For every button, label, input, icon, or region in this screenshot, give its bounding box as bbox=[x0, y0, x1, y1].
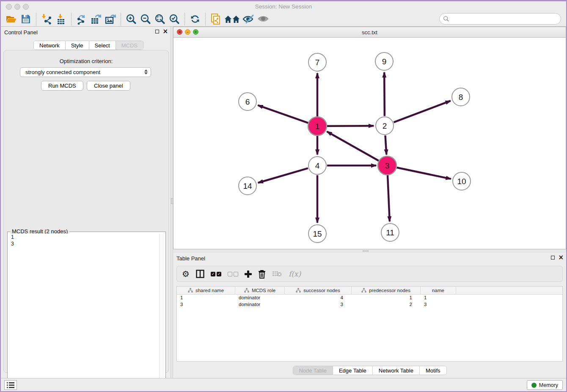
apply-function-button[interactable]: f(x) bbox=[289, 268, 301, 279]
table-cell[interactable]: dominator bbox=[235, 301, 285, 308]
network-canvas[interactable]: 7968124314101511 bbox=[173, 38, 566, 249]
search-field[interactable] bbox=[439, 13, 561, 25]
toolbar-separator bbox=[71, 13, 72, 25]
open-session-button[interactable] bbox=[4, 12, 19, 26]
toolbar-separator bbox=[121, 13, 121, 25]
task-history-button[interactable] bbox=[4, 380, 17, 390]
table-cell[interactable]: 3 bbox=[285, 301, 352, 308]
graph-edge-2-8[interactable] bbox=[394, 101, 451, 122]
criterion-select[interactable]: strongly connected component bbox=[20, 67, 151, 77]
memory-status-icon bbox=[531, 383, 537, 388]
table-cell[interactable]: 3 bbox=[177, 301, 235, 308]
unchecked-box-icon bbox=[234, 272, 238, 276]
table-options-button[interactable]: ⚙ bbox=[182, 268, 190, 279]
zoom-selected-button[interactable] bbox=[167, 12, 182, 26]
duplicate-network-icon bbox=[210, 13, 221, 25]
table-cell[interactable]: 3 bbox=[421, 301, 456, 308]
titlebar: Session: New Session bbox=[0, 1, 567, 12]
search-icon bbox=[443, 16, 449, 22]
checked-box-icon: ✓ bbox=[211, 272, 215, 276]
tab-select[interactable]: Select bbox=[89, 41, 116, 50]
graph-edge-2-3[interactable] bbox=[385, 135, 386, 155]
table-cell[interactable]: 1 bbox=[421, 295, 456, 301]
graph-edge-4-14[interactable] bbox=[258, 168, 308, 182]
export-table-button[interactable] bbox=[89, 12, 103, 26]
graph-node-label-10: 10 bbox=[457, 177, 466, 186]
table-row: 1dominator411 bbox=[177, 295, 562, 301]
mcds-result-fieldset: MCDS result (2 nodes) 13 bbox=[7, 232, 166, 392]
import-table-button[interactable] bbox=[54, 12, 68, 26]
zoom-in-button[interactable] bbox=[124, 12, 138, 26]
tab-mcds[interactable]: MCDS bbox=[116, 41, 143, 50]
column-header-shared-name[interactable]: shared name bbox=[177, 287, 235, 294]
mcds-result-item[interactable]: 3 bbox=[8, 240, 160, 247]
import-table-icon bbox=[55, 14, 66, 25]
tab-edge-table[interactable]: Edge Table bbox=[333, 366, 373, 375]
delete-column-button[interactable] bbox=[258, 268, 266, 279]
mcds-result-item[interactable]: 1 bbox=[8, 234, 160, 240]
close-panel-icon[interactable]: × bbox=[162, 29, 168, 34]
table-cell[interactable]: 4 bbox=[285, 295, 352, 301]
table-row: 3dominator323 bbox=[177, 301, 562, 308]
table-cell[interactable]: 1 bbox=[352, 295, 421, 301]
show-panel-button[interactable] bbox=[256, 12, 270, 26]
list-icon bbox=[7, 382, 14, 388]
window-frame-left bbox=[0, 0, 1, 392]
zoom-in-icon bbox=[125, 13, 137, 25]
add-column-button[interactable] bbox=[245, 268, 252, 279]
column-header-name[interactable]: name bbox=[421, 287, 456, 294]
close-panel-icon[interactable]: × bbox=[558, 255, 564, 260]
table-cell[interactable]: 2 bbox=[352, 301, 421, 308]
plus-icon bbox=[245, 271, 252, 278]
graph-edge-2-9[interactable] bbox=[384, 72, 385, 116]
memory-button[interactable]: Memory bbox=[527, 380, 563, 390]
save-session-button[interactable] bbox=[19, 12, 33, 26]
graph-node-label-2: 2 bbox=[383, 121, 387, 130]
table-cell[interactable]: dominator bbox=[235, 295, 285, 301]
horizontal-split-divider[interactable] bbox=[173, 249, 566, 253]
control-panel-title: Control Panel bbox=[4, 29, 38, 36]
graph-edge-3-11[interactable] bbox=[388, 175, 390, 221]
columns-icon bbox=[196, 270, 204, 278]
select-all-button[interactable]: ✓ ✓ bbox=[211, 268, 221, 279]
tab-style[interactable]: Style bbox=[66, 41, 89, 50]
tab-network-table[interactable]: Network Table bbox=[373, 366, 420, 375]
export-network-button[interactable] bbox=[74, 12, 89, 26]
table-toolbar: ⚙ ✓ ✓ bbox=[176, 266, 563, 282]
search-input[interactable] bbox=[451, 15, 561, 22]
run-mcds-button[interactable]: Run MCDS bbox=[41, 81, 83, 91]
float-panel-icon[interactable] bbox=[551, 256, 555, 259]
divider-grip[interactable] bbox=[363, 250, 369, 252]
column-header-predecessor-nodes[interactable]: predecessor nodes bbox=[352, 287, 421, 294]
table-cell[interactable]: 1 bbox=[177, 295, 235, 301]
graph-edge-1-6[interactable] bbox=[258, 105, 308, 123]
zoom-fit-button[interactable] bbox=[153, 12, 167, 26]
graph-edge-3-1[interactable] bbox=[327, 132, 379, 161]
import-network-button[interactable] bbox=[39, 12, 54, 26]
column-header-mcds-role[interactable]: MCDS role bbox=[235, 287, 285, 294]
refresh-view-button[interactable] bbox=[188, 12, 202, 26]
graph-edge-3-10[interactable] bbox=[397, 168, 451, 179]
show-column-panel-button[interactable] bbox=[196, 268, 204, 279]
shared-column-icon bbox=[361, 288, 366, 293]
float-panel-icon[interactable] bbox=[155, 30, 159, 33]
close-panel-button[interactable]: Close panel bbox=[87, 81, 130, 91]
tab-node-table[interactable]: Node Table bbox=[293, 366, 333, 375]
deselect-all-button[interactable] bbox=[228, 268, 238, 279]
mcds-panel: Optimization criterion: strongly connect… bbox=[3, 50, 169, 373]
hide-panel-button[interactable] bbox=[242, 12, 256, 26]
tab-motifs[interactable]: Motifs bbox=[420, 366, 446, 375]
duplicate-network-button[interactable] bbox=[209, 12, 223, 26]
column-header-successor-nodes[interactable]: successor nodes bbox=[285, 287, 352, 294]
home-layout-button[interactable] bbox=[223, 12, 242, 26]
table-header-row: shared nameMCDS rolesuccessor nodesprede… bbox=[177, 287, 562, 295]
delete-table-button[interactable] bbox=[272, 268, 282, 279]
tab-network[interactable]: Network bbox=[34, 41, 66, 50]
table-tabs: Node TableEdge TableNetwork TableMotifs bbox=[292, 366, 446, 375]
export-image-button[interactable] bbox=[103, 12, 118, 26]
graph-node-label-7: 7 bbox=[315, 58, 320, 67]
mcds-result-scrollbar[interactable] bbox=[159, 234, 165, 391]
graph-edge-1-2[interactable] bbox=[327, 126, 374, 126]
zoom-out-button[interactable] bbox=[138, 12, 153, 26]
mcds-result-list: 13 bbox=[8, 234, 160, 391]
